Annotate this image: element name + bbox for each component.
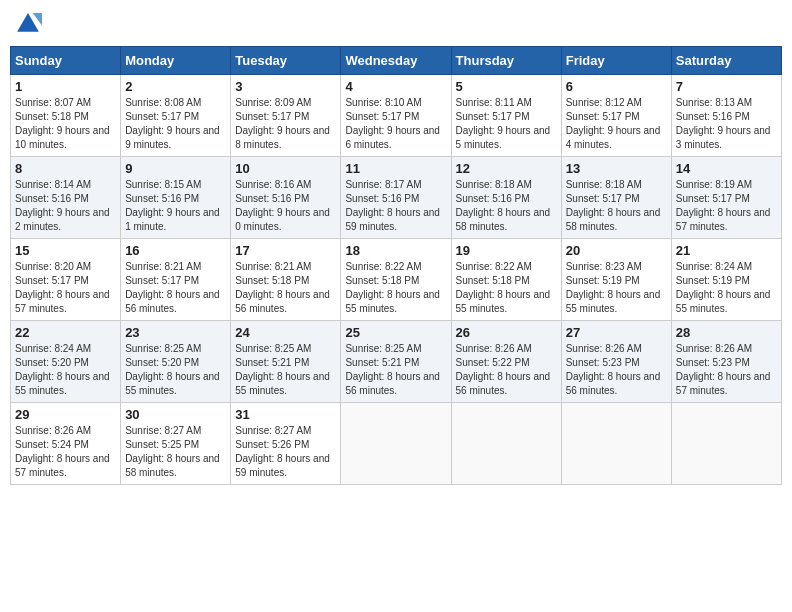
- day-info: Sunrise: 8:26 AMSunset: 5:23 PMDaylight:…: [566, 342, 667, 398]
- day-info: Sunrise: 8:10 AMSunset: 5:17 PMDaylight:…: [345, 96, 446, 152]
- day-cell-25: 25Sunrise: 8:25 AMSunset: 5:21 PMDayligh…: [341, 321, 451, 403]
- calendar-body: 1Sunrise: 8:07 AMSunset: 5:18 PMDaylight…: [11, 75, 782, 485]
- weekday-tuesday: Tuesday: [231, 47, 341, 75]
- day-number: 2: [125, 79, 226, 94]
- calendar-week-2: 8Sunrise: 8:14 AMSunset: 5:16 PMDaylight…: [11, 157, 782, 239]
- day-number: 31: [235, 407, 336, 422]
- weekday-thursday: Thursday: [451, 47, 561, 75]
- day-cell-9: 9Sunrise: 8:15 AMSunset: 5:16 PMDaylight…: [121, 157, 231, 239]
- day-number: 25: [345, 325, 446, 340]
- day-info: Sunrise: 8:12 AMSunset: 5:17 PMDaylight:…: [566, 96, 667, 152]
- day-info: Sunrise: 8:21 AMSunset: 5:17 PMDaylight:…: [125, 260, 226, 316]
- day-info: Sunrise: 8:08 AMSunset: 5:17 PMDaylight:…: [125, 96, 226, 152]
- weekday-monday: Monday: [121, 47, 231, 75]
- day-cell-8: 8Sunrise: 8:14 AMSunset: 5:16 PMDaylight…: [11, 157, 121, 239]
- weekday-sunday: Sunday: [11, 47, 121, 75]
- weekday-header-row: SundayMondayTuesdayWednesdayThursdayFrid…: [11, 47, 782, 75]
- day-number: 7: [676, 79, 777, 94]
- day-number: 30: [125, 407, 226, 422]
- weekday-friday: Friday: [561, 47, 671, 75]
- day-number: 6: [566, 79, 667, 94]
- day-cell-28: 28Sunrise: 8:26 AMSunset: 5:23 PMDayligh…: [671, 321, 781, 403]
- day-number: 27: [566, 325, 667, 340]
- day-cell-22: 22Sunrise: 8:24 AMSunset: 5:20 PMDayligh…: [11, 321, 121, 403]
- day-number: 16: [125, 243, 226, 258]
- day-info: Sunrise: 8:19 AMSunset: 5:17 PMDaylight:…: [676, 178, 777, 234]
- day-number: 19: [456, 243, 557, 258]
- day-cell-11: 11Sunrise: 8:17 AMSunset: 5:16 PMDayligh…: [341, 157, 451, 239]
- day-info: Sunrise: 8:23 AMSunset: 5:19 PMDaylight:…: [566, 260, 667, 316]
- day-number: 22: [15, 325, 116, 340]
- day-number: 20: [566, 243, 667, 258]
- day-info: Sunrise: 8:18 AMSunset: 5:16 PMDaylight:…: [456, 178, 557, 234]
- day-cell-6: 6Sunrise: 8:12 AMSunset: 5:17 PMDaylight…: [561, 75, 671, 157]
- day-cell-13: 13Sunrise: 8:18 AMSunset: 5:17 PMDayligh…: [561, 157, 671, 239]
- day-cell-20: 20Sunrise: 8:23 AMSunset: 5:19 PMDayligh…: [561, 239, 671, 321]
- calendar-week-1: 1Sunrise: 8:07 AMSunset: 5:18 PMDaylight…: [11, 75, 782, 157]
- empty-cell: [671, 403, 781, 485]
- day-number: 1: [15, 79, 116, 94]
- day-number: 23: [125, 325, 226, 340]
- day-cell-2: 2Sunrise: 8:08 AMSunset: 5:17 PMDaylight…: [121, 75, 231, 157]
- day-cell-14: 14Sunrise: 8:19 AMSunset: 5:17 PMDayligh…: [671, 157, 781, 239]
- day-info: Sunrise: 8:15 AMSunset: 5:16 PMDaylight:…: [125, 178, 226, 234]
- day-number: 9: [125, 161, 226, 176]
- day-info: Sunrise: 8:26 AMSunset: 5:24 PMDaylight:…: [15, 424, 116, 480]
- day-info: Sunrise: 8:25 AMSunset: 5:21 PMDaylight:…: [345, 342, 446, 398]
- day-number: 18: [345, 243, 446, 258]
- calendar-table: SundayMondayTuesdayWednesdayThursdayFrid…: [10, 46, 782, 485]
- day-info: Sunrise: 8:09 AMSunset: 5:17 PMDaylight:…: [235, 96, 336, 152]
- day-info: Sunrise: 8:11 AMSunset: 5:17 PMDaylight:…: [456, 96, 557, 152]
- day-info: Sunrise: 8:16 AMSunset: 5:16 PMDaylight:…: [235, 178, 336, 234]
- day-cell-30: 30Sunrise: 8:27 AMSunset: 5:25 PMDayligh…: [121, 403, 231, 485]
- calendar-week-4: 22Sunrise: 8:24 AMSunset: 5:20 PMDayligh…: [11, 321, 782, 403]
- day-info: Sunrise: 8:25 AMSunset: 5:20 PMDaylight:…: [125, 342, 226, 398]
- day-info: Sunrise: 8:25 AMSunset: 5:21 PMDaylight:…: [235, 342, 336, 398]
- day-info: Sunrise: 8:07 AMSunset: 5:18 PMDaylight:…: [15, 96, 116, 152]
- day-cell-16: 16Sunrise: 8:21 AMSunset: 5:17 PMDayligh…: [121, 239, 231, 321]
- day-cell-4: 4Sunrise: 8:10 AMSunset: 5:17 PMDaylight…: [341, 75, 451, 157]
- logo-icon: [14, 10, 42, 38]
- day-info: Sunrise: 8:13 AMSunset: 5:16 PMDaylight:…: [676, 96, 777, 152]
- day-number: 12: [456, 161, 557, 176]
- day-number: 11: [345, 161, 446, 176]
- day-cell-18: 18Sunrise: 8:22 AMSunset: 5:18 PMDayligh…: [341, 239, 451, 321]
- day-number: 8: [15, 161, 116, 176]
- day-cell-10: 10Sunrise: 8:16 AMSunset: 5:16 PMDayligh…: [231, 157, 341, 239]
- day-info: Sunrise: 8:22 AMSunset: 5:18 PMDaylight:…: [456, 260, 557, 316]
- calendar-week-3: 15Sunrise: 8:20 AMSunset: 5:17 PMDayligh…: [11, 239, 782, 321]
- day-info: Sunrise: 8:20 AMSunset: 5:17 PMDaylight:…: [15, 260, 116, 316]
- day-number: 4: [345, 79, 446, 94]
- day-info: Sunrise: 8:22 AMSunset: 5:18 PMDaylight:…: [345, 260, 446, 316]
- day-cell-19: 19Sunrise: 8:22 AMSunset: 5:18 PMDayligh…: [451, 239, 561, 321]
- empty-cell: [451, 403, 561, 485]
- day-cell-24: 24Sunrise: 8:25 AMSunset: 5:21 PMDayligh…: [231, 321, 341, 403]
- day-number: 17: [235, 243, 336, 258]
- day-number: 24: [235, 325, 336, 340]
- day-cell-23: 23Sunrise: 8:25 AMSunset: 5:20 PMDayligh…: [121, 321, 231, 403]
- day-info: Sunrise: 8:27 AMSunset: 5:26 PMDaylight:…: [235, 424, 336, 480]
- calendar-week-5: 29Sunrise: 8:26 AMSunset: 5:24 PMDayligh…: [11, 403, 782, 485]
- day-info: Sunrise: 8:27 AMSunset: 5:25 PMDaylight:…: [125, 424, 226, 480]
- day-cell-17: 17Sunrise: 8:21 AMSunset: 5:18 PMDayligh…: [231, 239, 341, 321]
- day-number: 15: [15, 243, 116, 258]
- day-cell-3: 3Sunrise: 8:09 AMSunset: 5:17 PMDaylight…: [231, 75, 341, 157]
- day-info: Sunrise: 8:24 AMSunset: 5:19 PMDaylight:…: [676, 260, 777, 316]
- day-cell-12: 12Sunrise: 8:18 AMSunset: 5:16 PMDayligh…: [451, 157, 561, 239]
- day-info: Sunrise: 8:17 AMSunset: 5:16 PMDaylight:…: [345, 178, 446, 234]
- day-cell-27: 27Sunrise: 8:26 AMSunset: 5:23 PMDayligh…: [561, 321, 671, 403]
- day-info: Sunrise: 8:26 AMSunset: 5:22 PMDaylight:…: [456, 342, 557, 398]
- day-cell-1: 1Sunrise: 8:07 AMSunset: 5:18 PMDaylight…: [11, 75, 121, 157]
- day-cell-29: 29Sunrise: 8:26 AMSunset: 5:24 PMDayligh…: [11, 403, 121, 485]
- day-cell-7: 7Sunrise: 8:13 AMSunset: 5:16 PMDaylight…: [671, 75, 781, 157]
- day-number: 10: [235, 161, 336, 176]
- empty-cell: [341, 403, 451, 485]
- day-number: 26: [456, 325, 557, 340]
- empty-cell: [561, 403, 671, 485]
- day-cell-31: 31Sunrise: 8:27 AMSunset: 5:26 PMDayligh…: [231, 403, 341, 485]
- weekday-saturday: Saturday: [671, 47, 781, 75]
- day-info: Sunrise: 8:21 AMSunset: 5:18 PMDaylight:…: [235, 260, 336, 316]
- day-number: 5: [456, 79, 557, 94]
- logo: [14, 10, 44, 38]
- day-info: Sunrise: 8:18 AMSunset: 5:17 PMDaylight:…: [566, 178, 667, 234]
